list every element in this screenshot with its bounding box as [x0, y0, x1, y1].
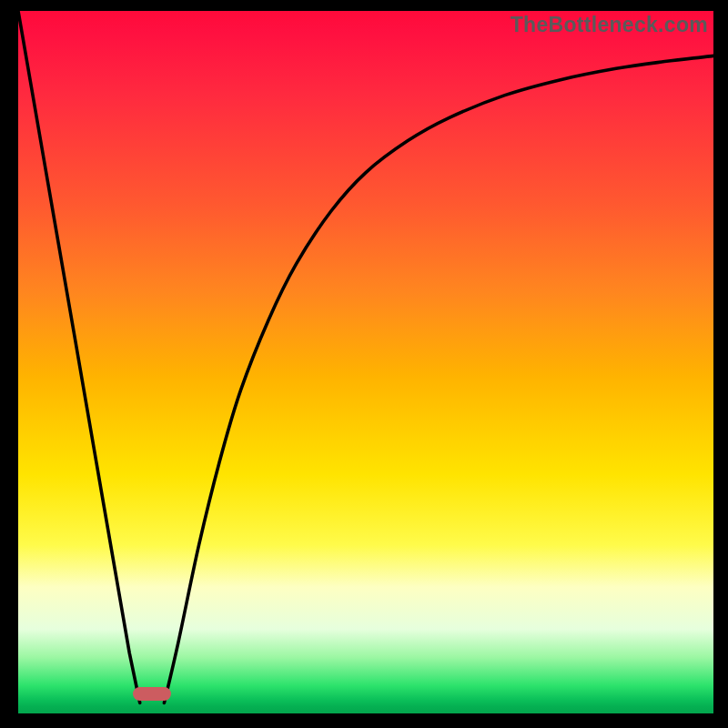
minimum-marker — [133, 687, 171, 701]
curve-layer — [18, 11, 713, 713]
watermark-text: TheBottleneck.com — [511, 13, 708, 37]
curve-left-branch — [18, 11, 140, 703]
plot-area — [18, 11, 713, 713]
chart-container: TheBottleneck.com — [0, 0, 728, 728]
curve-right-branch — [164, 56, 713, 703]
